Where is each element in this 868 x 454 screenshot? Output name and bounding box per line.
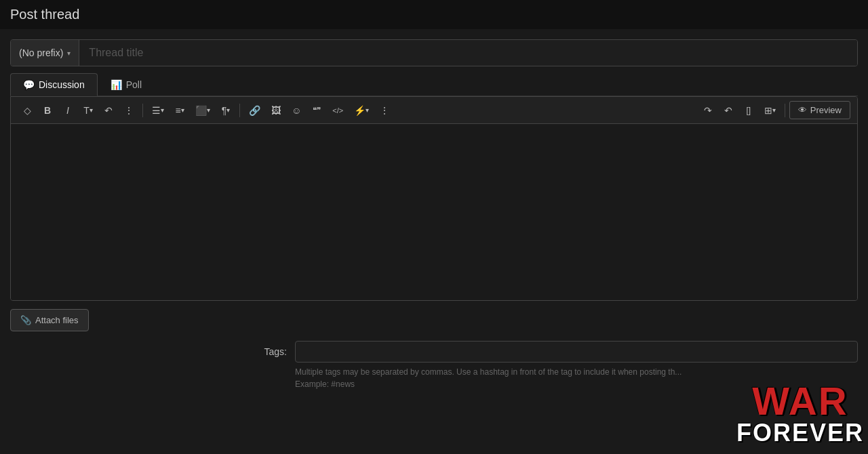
preview-icon: 👁 — [798, 105, 807, 115]
italic-button[interactable]: I — [58, 102, 77, 119]
tags-hint-line1: Multiple tags may be separated by commas… — [295, 367, 682, 377]
more-options-2-button[interactable]: ⋮ — [375, 102, 394, 119]
page-title-text: Post thread — [10, 7, 79, 22]
war-forever-logo: WAR FOREVER — [732, 373, 868, 454]
redo-button[interactable]: ↶ — [719, 102, 738, 119]
paperclip-icon: 📎 — [20, 315, 31, 325]
special-button[interactable]: ⚡▾ — [349, 102, 374, 119]
forever-text: FOREVER — [736, 421, 864, 445]
attach-files-label: Attach files — [35, 315, 79, 325]
unordered-list-button[interactable]: ☰▾ — [147, 102, 169, 119]
align-button[interactable]: ⬛▾ — [191, 102, 215, 119]
separator-2 — [239, 104, 240, 117]
tags-row: Tags: Multiple tags may be separated by … — [10, 341, 858, 390]
editor-toolbar: ◇ B I T▾ ↶ ⋮ ☰▾ ≡▾ ⬛▾ ¶▾ 🔗 🖼 — [11, 97, 857, 124]
expand-button[interactable]: ⊞▾ — [760, 102, 781, 119]
paragraph-button[interactable]: ¶▾ — [216, 102, 235, 119]
preview-button[interactable]: 👁 Preview — [789, 101, 850, 119]
separator-1 — [142, 104, 143, 117]
tags-input[interactable] — [295, 341, 858, 363]
brackets-button[interactable]: [] — [739, 102, 758, 119]
code-button[interactable]: </> — [328, 103, 348, 118]
tab-poll-label: Poll — [126, 79, 142, 90]
font-size-button[interactable]: T▾ — [79, 102, 98, 119]
prefix-label: (No prefix) — [19, 47, 63, 58]
tab-poll[interactable]: 📊 Poll — [98, 73, 155, 96]
tab-discussion[interactable]: 💬 Discussion — [10, 73, 98, 96]
custom-button[interactable]: ↶ — [99, 102, 118, 119]
war-text: WAR — [752, 381, 848, 421]
separator-3 — [785, 104, 785, 117]
editor-container: ◇ B I T▾ ↶ ⋮ ☰▾ ≡▾ ⬛▾ ¶▾ 🔗 🖼 — [10, 96, 858, 301]
ordered-list-button[interactable]: ≡▾ — [170, 102, 189, 119]
toolbar-right: ↷ ↶ [] ⊞▾ 👁 Preview — [698, 101, 850, 119]
erase-formatting-button[interactable]: ◇ — [18, 102, 37, 119]
insert-link-button[interactable]: 🔗 — [244, 102, 265, 119]
insert-image-button[interactable]: 🖼 — [267, 102, 285, 119]
tabs-row: 💬 Discussion 📊 Poll — [10, 73, 858, 96]
chevron-down-icon: ▾ — [67, 49, 71, 57]
attach-files-button[interactable]: 📎 Attach files — [10, 309, 89, 331]
bold-button[interactable]: B — [38, 102, 57, 119]
preview-label: Preview — [810, 105, 842, 115]
poll-icon: 📊 — [111, 79, 122, 90]
tags-hint-line2: Example: #news — [295, 379, 355, 389]
title-row: (No prefix) ▾ — [10, 39, 858, 66]
quote-button[interactable]: ❝❞ — [307, 102, 326, 119]
thread-title-input[interactable] — [79, 40, 857, 66]
page-title: Post thread — [0, 0, 868, 29]
more-options-1-button[interactable]: ⋮ — [119, 102, 138, 119]
attach-row: 📎 Attach files — [10, 309, 858, 331]
insert-emoji-button[interactable]: ☺ — [287, 102, 306, 119]
editor-body[interactable] — [11, 124, 857, 300]
discussion-icon: 💬 — [23, 79, 35, 90]
tab-discussion-label: Discussion — [39, 79, 85, 90]
undo-button[interactable]: ↷ — [698, 102, 717, 119]
tags-label: Tags: — [10, 341, 295, 363]
prefix-dropdown[interactable]: (No prefix) ▾ — [11, 40, 79, 66]
